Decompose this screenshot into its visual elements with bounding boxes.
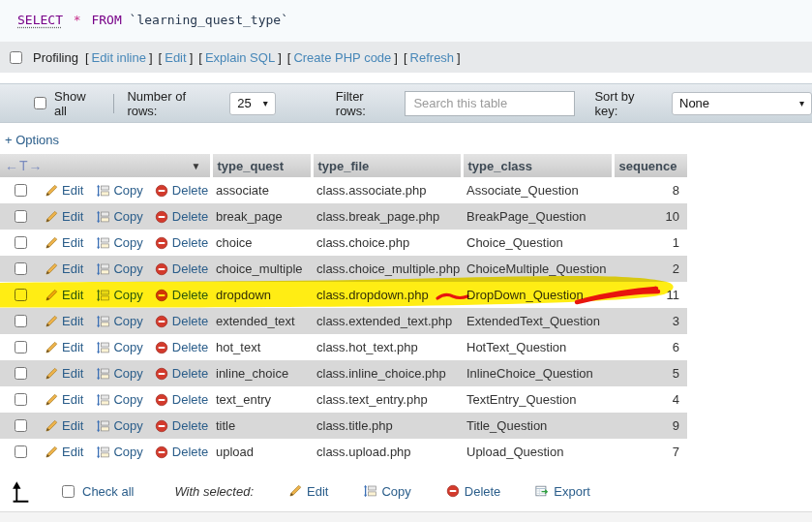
sort-triangle-icon[interactable]: ▼: [192, 161, 201, 171]
profiling-checkbox[interactable]: [10, 51, 22, 64]
cell-type-file[interactable]: class.extended_text.php: [312, 308, 462, 334]
row-checkbox[interactable]: [15, 445, 27, 458]
cell-sequence[interactable]: 6: [613, 334, 687, 360]
explain-sql-link[interactable]: Explain SQL: [205, 50, 275, 65]
row-edit-link[interactable]: Edit: [62, 261, 83, 276]
cell-type-class[interactable]: InlineChoice_Question: [462, 360, 613, 386]
cell-type-file[interactable]: class.inline_choice.php: [312, 360, 462, 386]
row-copy-link[interactable]: Copy: [113, 392, 142, 407]
cell-type-file[interactable]: class.hot_text.php: [312, 334, 462, 360]
row-copy-link[interactable]: Copy: [113, 288, 142, 302]
cell-type-quest[interactable]: choice_multiple: [211, 256, 312, 282]
column-header-sequence[interactable]: sequence: [613, 154, 687, 177]
create-php-code-link[interactable]: Create PHP code: [293, 50, 391, 65]
selected-edit-button[interactable]: Edit: [307, 484, 328, 499]
cell-type-file[interactable]: class.dropdown.php: [312, 282, 462, 308]
cell-sequence[interactable]: 7: [613, 439, 687, 465]
row-edit-link[interactable]: Edit: [62, 288, 83, 302]
column-header-type-class[interactable]: type_class: [462, 154, 613, 177]
cell-type-class[interactable]: BreakPage_Question: [462, 203, 613, 230]
selected-copy-button[interactable]: Copy: [381, 484, 410, 499]
cell-type-file[interactable]: class.choice.php: [312, 230, 462, 256]
row-copy-link[interactable]: Copy: [113, 366, 142, 381]
row-checkbox[interactable]: [15, 393, 27, 406]
cell-sequence[interactable]: 4: [613, 386, 687, 413]
row-edit-link[interactable]: Edit: [62, 340, 83, 354]
selected-delete-button[interactable]: Delete: [465, 484, 501, 499]
row-delete-link[interactable]: Delete: [172, 261, 209, 276]
row-edit-link[interactable]: Edit: [62, 209, 83, 224]
column-header-type-file[interactable]: type_file: [312, 154, 462, 177]
row-edit-link[interactable]: Edit: [62, 392, 83, 407]
row-checkbox[interactable]: [15, 210, 27, 223]
cell-sequence[interactable]: 3: [613, 308, 687, 334]
row-delete-link[interactable]: Delete: [172, 235, 209, 250]
rows-per-page-select[interactable]: 25 ▾: [229, 92, 276, 115]
cell-type-class[interactable]: DropDown_Question: [462, 282, 613, 308]
options-toggle-link[interactable]: + Options: [5, 133, 59, 147]
row-delete-link[interactable]: Delete: [172, 314, 209, 328]
row-checkbox[interactable]: [15, 184, 27, 197]
row-edit-link[interactable]: Edit: [62, 366, 83, 381]
row-checkbox[interactable]: [15, 236, 27, 249]
cell-type-class[interactable]: Associate_Question: [462, 177, 613, 203]
row-delete-link[interactable]: Delete: [172, 183, 209, 198]
row-delete-link[interactable]: Delete: [172, 418, 209, 433]
row-copy-link[interactable]: Copy: [113, 314, 142, 328]
row-edit-link[interactable]: Edit: [62, 235, 83, 250]
row-copy-link[interactable]: Copy: [113, 340, 142, 354]
row-delete-link[interactable]: Delete: [172, 392, 209, 407]
cell-type-quest[interactable]: choice: [211, 230, 312, 256]
cell-sequence[interactable]: 2: [613, 256, 687, 282]
row-delete-link[interactable]: Delete: [172, 340, 209, 354]
filter-rows-input[interactable]: [405, 91, 575, 116]
row-checkbox[interactable]: [15, 341, 27, 353]
cell-sequence[interactable]: 8: [613, 177, 687, 203]
cell-sequence[interactable]: 5: [613, 360, 687, 386]
cell-sequence[interactable]: 10: [613, 203, 687, 230]
cell-type-file[interactable]: class.choice_multiple.php: [312, 256, 462, 282]
cell-type-class[interactable]: Upload_Question: [462, 439, 613, 465]
selected-export-button[interactable]: Export: [554, 484, 590, 499]
row-delete-link[interactable]: Delete: [172, 288, 209, 302]
cell-type-class[interactable]: ExtendedText_Question: [462, 308, 613, 334]
cell-type-quest[interactable]: dropdown: [211, 282, 312, 308]
cell-type-class[interactable]: Choice_Question: [462, 230, 613, 256]
cell-type-quest[interactable]: break_page: [211, 203, 312, 230]
row-checkbox[interactable]: [15, 262, 27, 275]
cell-sequence[interactable]: 11: [613, 282, 687, 308]
show-all-checkbox[interactable]: [34, 97, 46, 109]
row-checkbox[interactable]: [15, 419, 27, 432]
row-delete-link[interactable]: Delete: [172, 366, 209, 381]
row-copy-link[interactable]: Copy: [113, 418, 142, 433]
row-edit-link[interactable]: Edit: [62, 314, 83, 328]
row-delete-link[interactable]: Delete: [172, 209, 209, 224]
show-all-label[interactable]: Show all: [54, 89, 101, 118]
cell-sequence[interactable]: 1: [613, 230, 687, 256]
row-edit-link[interactable]: Edit: [62, 445, 83, 459]
cell-type-file[interactable]: class.title.php: [312, 413, 462, 439]
row-edit-link[interactable]: Edit: [62, 418, 83, 433]
row-copy-link[interactable]: Copy: [113, 209, 142, 224]
cell-type-file[interactable]: class.text_entry.php: [312, 386, 462, 413]
row-copy-link[interactable]: Copy: [113, 261, 142, 276]
cell-type-quest[interactable]: associate: [211, 177, 312, 203]
edit-inline-link[interactable]: Edit inline: [92, 50, 146, 65]
cell-type-quest[interactable]: text_entry: [211, 386, 312, 413]
cell-type-quest[interactable]: inline_choice: [211, 360, 312, 386]
cell-type-class[interactable]: ChoiceMultiple_Question: [462, 256, 613, 282]
column-header-type-quest[interactable]: type_quest: [211, 154, 312, 177]
cell-type-class[interactable]: TextEntry_Question: [462, 386, 613, 413]
row-copy-link[interactable]: Copy: [113, 235, 142, 250]
cell-type-quest[interactable]: title: [211, 413, 312, 439]
row-copy-link[interactable]: Copy: [113, 183, 142, 198]
cell-type-class[interactable]: HotText_Question: [462, 334, 613, 360]
row-delete-link[interactable]: Delete: [172, 445, 209, 459]
row-copy-link[interactable]: Copy: [113, 445, 142, 459]
check-all-checkbox[interactable]: [62, 485, 75, 498]
row-checkbox[interactable]: [15, 315, 27, 327]
row-checkbox[interactable]: [15, 367, 27, 380]
cell-type-quest[interactable]: upload: [211, 439, 312, 465]
check-all-label[interactable]: Check all: [82, 484, 134, 499]
sort-by-key-select[interactable]: None ▾: [672, 92, 812, 115]
